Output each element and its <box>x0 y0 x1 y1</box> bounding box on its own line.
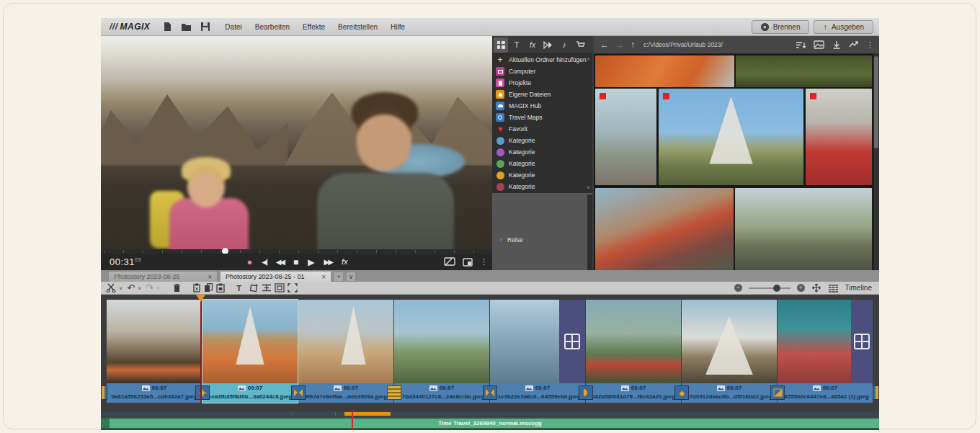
open-folder-icon[interactable] <box>181 22 192 32</box>
transition-crossfade-icon[interactable] <box>483 385 497 400</box>
timeline-clip-5[interactable]: 00:07 41e3b22e3a6c0...64559e0d.jpeg <box>490 300 585 403</box>
expand-icon[interactable]: › <box>498 236 504 243</box>
title-tool-icon[interactable]: T <box>236 284 241 293</box>
transition-crossfade-icon[interactable] <box>291 385 306 400</box>
timeline-clip-7[interactable]: 00:07 97d0912daac0b...d5f16bd2.jpeg <box>682 300 777 403</box>
burn-button[interactable]: Brennen <box>752 20 810 34</box>
undo-dropdown-icon[interactable]: ∨ <box>138 285 141 291</box>
cut-mode-icon[interactable] <box>106 283 116 293</box>
pool-scrollbar[interactable]: ∧ ∨ <box>585 55 592 192</box>
transitions-tab-button[interactable] <box>541 37 556 53</box>
menu-bereitstellen[interactable]: Bereitstellen <box>338 23 378 31</box>
view-mode-icon[interactable] <box>814 40 824 50</box>
titles-tab-button[interactable]: T <box>509 37 524 53</box>
timeline-area[interactable]: 00:07 0a81a556253a5...cd0382a7.jpeg 00:0… <box>101 295 879 430</box>
cut-dropdown-icon[interactable]: ∨ <box>119 285 122 291</box>
menu-effekte[interactable]: Effekte <box>303 23 325 31</box>
browser-thumbnail[interactable] <box>595 188 734 270</box>
fast-forward-button[interactable]: ▶▶ <box>324 259 332 266</box>
cut-clipboard-icon[interactable] <box>192 283 201 293</box>
up-folder-icon[interactable]: ↑ <box>631 40 635 50</box>
timeline-clip-6[interactable]: 00:07 042b58f081d79...f8e42a20.jpeg <box>586 300 681 403</box>
save-icon[interactable] <box>200 22 210 32</box>
tree-kategorie-green[interactable]: Kategorie <box>492 158 592 169</box>
project-tab-inactive[interactable]: Photostory 2023-08-25 × <box>108 271 218 282</box>
audio-tab-button[interactable]: ♪ <box>557 37 571 53</box>
effects-tab-button[interactable]: fx <box>525 37 540 53</box>
pan-move-icon[interactable] <box>811 283 821 293</box>
tree-kategorie-purple[interactable]: Kategorie <box>492 146 592 158</box>
timeline-clip-3[interactable]: 00:07 9f67a7e8effae...deb3926a.jpeg <box>298 300 393 403</box>
tree-eigene-dateien[interactable]: Eigene Dateien <box>492 89 592 100</box>
rewind-button[interactable]: ◀◀ <box>276 259 284 266</box>
timeline-clip-4[interactable]: 00:07 17bd3440127c8...24e8crbb.jpeg <box>394 300 489 403</box>
fullscreen-icon[interactable] <box>463 257 473 267</box>
transition-end-handle[interactable] <box>873 385 879 400</box>
new-tab-button[interactable]: + <box>334 272 344 282</box>
stop-button[interactable]: ■ <box>293 258 298 267</box>
timeline-mode-icon[interactable] <box>828 283 839 293</box>
undo-icon[interactable]: ↶ <box>127 282 135 293</box>
tree-add-current-folder[interactable]: + Aktuellen Ordner hinzufügen <box>492 54 592 66</box>
fx-button[interactable]: fx <box>342 258 348 266</box>
scroll-down-icon[interactable]: ∨ <box>585 184 592 190</box>
tree-computer[interactable]: Computer <box>492 66 592 77</box>
zoom-slider[interactable] <box>749 287 790 289</box>
folder-reise[interactable]: › Reise <box>492 195 587 270</box>
keyframe-curve-icon[interactable] <box>262 283 272 293</box>
transition-stripes-icon[interactable] <box>387 385 401 400</box>
breadcrumb-path[interactable]: c:/Videos/Privat/Urlaub 2023/ <box>643 41 723 48</box>
timeline-scrollbar[interactable] <box>101 411 879 416</box>
record-button[interactable]: ● <box>247 257 253 267</box>
browser-scrollbar[interactable] <box>873 54 879 270</box>
tree-projekte[interactable]: Projekte <box>492 77 592 89</box>
timeline-clip-1[interactable]: 00:07 0a81a556253a5...cd0382a7.jpeg <box>107 300 202 403</box>
timeline-clip-8[interactable]: 00:07 0655560c6447e8...48542 (1).jpeg <box>778 300 873 403</box>
fit-resize-icon[interactable] <box>288 283 298 293</box>
copy-icon[interactable] <box>204 283 213 293</box>
browser-thumbnail[interactable] <box>806 89 872 185</box>
audio-clip-handle[interactable] <box>101 419 110 428</box>
audio-track-clip[interactable]: Time Travel_3269840_normal.mscogg <box>101 417 879 429</box>
preview-more-menu-icon[interactable]: ⋮ <box>480 257 488 267</box>
redo-icon[interactable]: ↷ <box>146 282 153 293</box>
browser-more-menu-icon[interactable]: ⋮ <box>866 40 874 50</box>
browser-thumbnail[interactable] <box>659 89 803 185</box>
tree-magix-hub[interactable]: MAGIX Hub <box>492 100 592 112</box>
back-icon[interactable]: ← <box>600 40 609 50</box>
menu-datei[interactable]: Datei <box>225 23 241 31</box>
tree-kategorie-yellow[interactable]: Kategorie <box>492 169 592 181</box>
video-preview[interactable] <box>101 36 494 249</box>
tree-kategorie-red[interactable]: Kategorie <box>492 181 592 192</box>
paste-icon[interactable] <box>216 283 225 293</box>
tree-kategorie-blue[interactable]: Kategorie <box>492 135 592 146</box>
transition-star-icon[interactable] <box>195 385 210 400</box>
browser-thumbnail[interactable] <box>595 89 656 185</box>
timeline-clip-2-selected[interactable]: 00:07 1ea3fb35f8d0b...3a0244c8.jpeg <box>202 300 298 403</box>
transition-start-handle[interactable] <box>101 385 107 400</box>
zoom-in-button[interactable]: + <box>797 284 805 292</box>
import-download-icon[interactable] <box>832 40 841 50</box>
tab-list-dropdown-icon[interactable]: ∨ <box>346 272 356 282</box>
forward-icon[interactable]: → <box>615 40 624 50</box>
delete-icon[interactable] <box>173 283 181 293</box>
tree-favorit[interactable]: ♥ Favorit <box>492 123 592 135</box>
store-tab-button[interactable] <box>573 37 587 53</box>
timeline-mode-label[interactable]: Timeline <box>845 284 872 292</box>
browser-thumbnail[interactable] <box>595 55 734 87</box>
new-project-icon[interactable] <box>163 22 172 32</box>
sync-icon[interactable] <box>849 40 858 50</box>
cast-icon[interactable] <box>444 257 455 267</box>
crop-frame-icon[interactable] <box>275 283 285 293</box>
sort-options-icon[interactable] <box>796 40 806 50</box>
skip-to-start-button[interactable]: ◀| <box>262 259 266 266</box>
browser-thumbnail[interactable] <box>736 55 872 87</box>
close-tab-icon[interactable]: × <box>321 273 326 281</box>
menu-bearbeiten[interactable]: Bearbeiten <box>255 23 290 31</box>
tree-travel-maps[interactable]: Travel Maps <box>492 112 592 123</box>
close-tab-icon[interactable]: × <box>208 273 212 281</box>
transition-page-fold-icon[interactable] <box>770 385 785 400</box>
transition-diamond-icon[interactable]: ◆ <box>674 385 689 400</box>
project-tab-active[interactable]: Photostory 2023-08-25 - 01 × <box>220 271 331 282</box>
play-button[interactable]: ▶ <box>308 258 314 267</box>
